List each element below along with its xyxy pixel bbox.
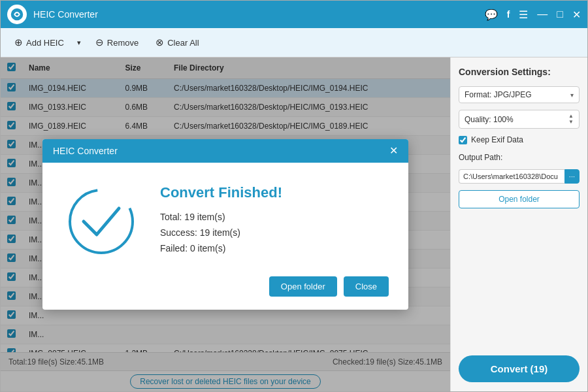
app-logo	[7, 5, 27, 24]
close-icon[interactable]: ✕	[572, 8, 581, 21]
output-path-label: Output Path:	[459, 151, 580, 163]
keep-exif-row: Keep Exif Data	[459, 135, 580, 144]
toolbar: ⊕ Add HEIC ▾ ⊖ Remove ⊗ Clear All	[1, 28, 587, 57]
quality-down-icon[interactable]: ▼	[568, 120, 574, 125]
modal-footer: Open folder Close	[42, 276, 408, 310]
remove-button[interactable]: ⊖ Remove	[88, 33, 146, 52]
app-window: HEIC Converter 💬 f ☰ — □ ✕ ⊕ Add HEIC ▾ …	[0, 0, 588, 392]
modal-header: HEIC Converter ✕	[42, 139, 408, 163]
window-controls: 💬 f ☰ — □ ✕	[485, 8, 581, 21]
modal-close-x-button[interactable]: ✕	[389, 146, 398, 156]
success-modal: HEIC Converter ✕ Convert Finished!	[42, 139, 408, 310]
right-panel: Conversion Settings: Format: JPG/JPEG ▾ …	[450, 57, 587, 391]
quality-selector[interactable]: Quality: 100% ▲ ▼	[459, 110, 580, 129]
svg-point-1	[70, 190, 133, 253]
quality-label: Quality: 100%	[465, 115, 568, 124]
output-path-browse-button[interactable]: ···	[564, 169, 580, 184]
quality-stepper[interactable]: ▲ ▼	[568, 114, 574, 125]
add-heic-group: ⊕ Add HEIC ▾	[8, 33, 86, 52]
add-heic-button[interactable]: ⊕ Add HEIC	[8, 33, 70, 52]
format-selector[interactable]: Format: JPG/JPEG ▾	[459, 86, 580, 103]
modal-success: Success: 19 item(s)	[160, 227, 389, 238]
minus-circle-icon: ⊖	[95, 37, 104, 48]
facebook-icon[interactable]: f	[507, 9, 510, 20]
output-path-input[interactable]: C:\Users\market160328\Docu	[459, 169, 564, 184]
modal-total: Total: 19 item(s)	[160, 212, 389, 222]
clear-all-button[interactable]: ⊗ Clear All	[148, 33, 206, 52]
times-circle-icon: ⊗	[155, 37, 164, 48]
modal-info: Convert Finished! Total: 19 item(s) Succ…	[160, 184, 389, 259]
success-checkmark-icon	[65, 186, 137, 257]
format-dropdown-icon: ▾	[570, 91, 574, 99]
app-title: HEIC Converter	[33, 9, 485, 20]
menu-icon[interactable]: ☰	[519, 8, 528, 21]
modal-overlay: HEIC Converter ✕ Convert Finished!	[1, 57, 450, 391]
settings-title: Conversion Settings:	[459, 67, 580, 77]
modal-close-button[interactable]: Close	[344, 276, 389, 297]
format-label: Format: JPG/JPEG	[465, 90, 566, 99]
modal-heading: Convert Finished!	[160, 184, 389, 201]
file-list-area: Name Size File Directory IMG_0194.HEIC0.…	[1, 57, 450, 391]
quality-up-icon[interactable]: ▲	[568, 114, 574, 119]
modal-title: HEIC Converter	[53, 146, 118, 156]
output-path-row: C:\Users\market160328\Docu ···	[459, 169, 580, 184]
keep-exif-label: Keep Exif Data	[471, 135, 523, 144]
minimize-icon[interactable]: —	[537, 8, 547, 20]
main-content: Name Size File Directory IMG_0194.HEIC0.…	[1, 57, 587, 391]
add-heic-dropdown-button[interactable]: ▾	[73, 35, 86, 51]
modal-icon-area	[62, 182, 140, 261]
plus-circle-icon: ⊕	[14, 37, 23, 48]
convert-button[interactable]: Convert (19)	[459, 355, 580, 382]
title-bar: HEIC Converter 💬 f ☰ — □ ✕	[1, 1, 587, 28]
modal-body: Convert Finished! Total: 19 item(s) Succ…	[42, 163, 408, 276]
svg-point-0	[10, 8, 24, 21]
maximize-icon[interactable]: □	[557, 8, 563, 20]
modal-open-folder-button[interactable]: Open folder	[269, 276, 337, 297]
chat-icon[interactable]: 💬	[485, 8, 498, 21]
modal-failed: Failed: 0 item(s)	[160, 243, 389, 253]
open-folder-button[interactable]: Open folder	[459, 190, 580, 208]
keep-exif-checkbox[interactable]	[459, 136, 467, 144]
